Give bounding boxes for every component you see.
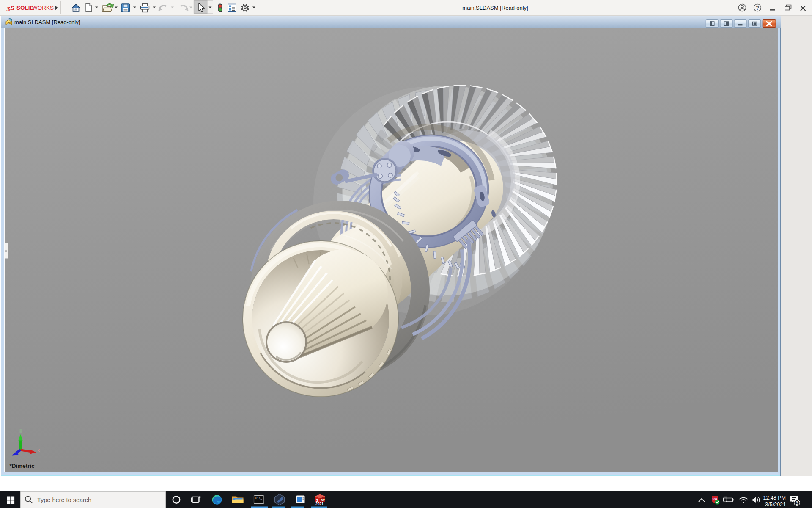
svg-text:x: x [38, 448, 40, 453]
svg-text:Type here to search: Type here to search [37, 497, 91, 503]
svg-text:SOLID: SOLID [16, 5, 34, 11]
svg-text:3: 3 [796, 500, 798, 505]
svg-text:SW: SW [713, 497, 718, 500]
svg-text:ʒS: ʒS [6, 4, 14, 11]
svg-text:main.SLDASM [Read-only]: main.SLDASM [Read-only] [462, 5, 528, 11]
svg-text:12:48 PM: 12:48 PM [763, 495, 786, 501]
svg-text:WORKS: WORKS [32, 5, 54, 11]
svg-text:3/5/2021: 3/5/2021 [765, 502, 786, 508]
svg-text:main.SLDASM [Read-only]: main.SLDASM [Read-only] [14, 19, 80, 25]
svg-text:?: ? [756, 5, 759, 11]
svg-text:C:\_: C:\_ [255, 497, 263, 500]
svg-text:2021: 2021 [315, 502, 324, 506]
